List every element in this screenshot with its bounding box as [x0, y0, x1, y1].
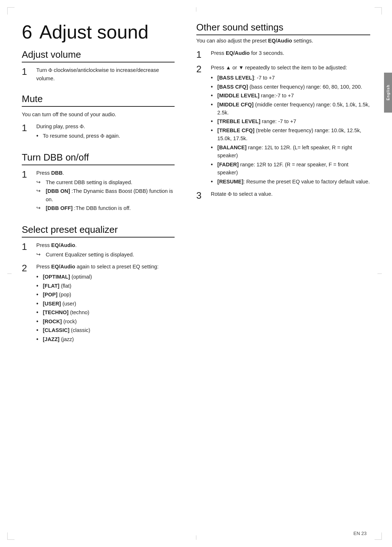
- bullet-text: [TECHNO] (techno): [43, 308, 175, 316]
- bullet-text: [BASS LEVEL]: -7 to +7: [217, 74, 370, 82]
- bold-optimal: [OPTIMAL]: [43, 274, 70, 280]
- list-item: •[TECHNO] (techno): [36, 308, 175, 316]
- bold-middle-cfq: [MIDDLE CFQ]: [217, 102, 254, 108]
- bold-middle-level: [MIDDLE LEVEL]: [217, 93, 260, 98]
- step-number: 1: [196, 49, 208, 60]
- list-item: • [BALANCE] range: 12L to 12R. (L= left …: [211, 143, 370, 160]
- sub-step-text: Current Equalizer setting is displayed.: [46, 251, 134, 259]
- bullet-dot: •: [36, 308, 43, 316]
- bold-treble-level: [TREBLE LEVEL]: [217, 118, 260, 124]
- list-item: • [BASS CFQ] (bass center frequency) ran…: [211, 83, 370, 91]
- page-title-block: 6 Adjust sound: [22, 22, 175, 42]
- bold-pop: [POP]: [43, 292, 57, 297]
- bold-balance: [BALANCE]: [217, 145, 247, 150]
- bullet-dot: •: [36, 291, 43, 299]
- list-item: •[CLASSIC] (classic): [36, 326, 175, 334]
- bullet-dot: •: [36, 326, 43, 334]
- list-item: •[FLAT] (flat): [36, 282, 175, 290]
- step-number: 2: [22, 263, 33, 274]
- bold-resume: [RESUME]: [217, 179, 244, 185]
- phi-symbol: Φ: [101, 133, 105, 139]
- language-tab: English: [384, 73, 392, 113]
- step-volume-1: 1 Turn Φ clockwise/anticlockwise to incr…: [22, 66, 175, 82]
- bold-bass-cfq: [BASS CFQ]: [217, 84, 248, 90]
- section-title-preset-eq: Select preset equalizer: [22, 224, 175, 238]
- right-column: Other sound settings You can also adjust…: [189, 22, 370, 525]
- crop-mark-bl: [7, 532, 15, 540]
- left-column: 6 Adjust sound Adjust volume 1 Turn Φ cl…: [22, 22, 189, 525]
- arrow-icon: ↪: [36, 251, 44, 259]
- other-sound-intro: You can also adjust the preset EQ/Audio …: [196, 37, 370, 45]
- sub-step-current: ↪ The current DBB setting is displayed.: [36, 178, 175, 186]
- bullet-dot: •: [211, 74, 217, 82]
- step-content: During play, press Φ. • To resume sound,…: [36, 122, 175, 141]
- bullet-dot: •: [211, 83, 217, 91]
- list-item: • [TREBLE LEVEL] range: -7 to +7: [211, 117, 370, 125]
- list-item: • [BASS LEVEL]: -7 to +7: [211, 74, 370, 82]
- phi-symbol: Φ: [228, 191, 232, 197]
- eq-preset-list: •[OPTIMAL] (optimal) •[FLAT] (flat) •[PO…: [36, 273, 175, 343]
- crop-mark-br: [375, 532, 382, 540]
- bold-eq-audio: EQ/Audio: [51, 242, 75, 248]
- step-mute-1: 1 During play, press Φ. • To resume soun…: [22, 122, 175, 141]
- bold-classic: [CLASSIC]: [43, 327, 69, 333]
- bold-eq-audio-step1: EQ/Audio: [226, 50, 250, 56]
- page-title: 6 Adjust sound: [22, 22, 175, 42]
- bullet-text: [MIDDLE CFQ] (middle center frequency) r…: [217, 101, 370, 117]
- section-title-adjust-volume: Adjust volume: [22, 49, 175, 62]
- section-title-mute: Mute: [22, 93, 175, 107]
- section-mute: Mute You can turn off the sound of your …: [22, 93, 175, 141]
- sub-step-text: To resume sound, press Φ again.: [43, 132, 120, 140]
- step-other-2: 2 Press ▲ or ▼ repeatedly to select the …: [196, 64, 370, 187]
- crop-mark-tl: [7, 7, 15, 15]
- list-item: • [FADER] range: 12R to 12F. (R = rear s…: [211, 161, 370, 177]
- bullet-dot: •: [36, 282, 43, 290]
- bullet-dot: •: [211, 117, 217, 125]
- page-number: 6: [22, 21, 32, 42]
- sub-step-text: The current DBB setting is displayed.: [46, 178, 132, 186]
- bullet-text: [USER] (user): [43, 300, 175, 308]
- bold-techno: [TECHNO]: [43, 309, 69, 315]
- step-text: During play, press Φ.: [36, 122, 175, 130]
- bullet-dot: •: [36, 300, 43, 308]
- bullet-text: [TREBLE LEVEL] range: -7 to +7: [217, 117, 370, 125]
- bullet-dot: •: [36, 132, 43, 140]
- phi-symbol: Φ: [80, 123, 84, 129]
- tick-right: [377, 274, 382, 274]
- bullet-dot: •: [211, 101, 217, 109]
- bullet-text: [RESUME]: Resume the preset EQ value to …: [217, 178, 370, 186]
- bullet-text: [ROCK] (rock): [43, 317, 175, 325]
- step-eq-2: 2 Press EQ/Audio again to select a prese…: [22, 263, 175, 345]
- section-adjust-volume: Adjust volume 1 Turn Φ clockwise/anticlo…: [22, 49, 175, 82]
- bullet-dot: •: [36, 335, 43, 343]
- footer-text: EN 23: [354, 531, 367, 536]
- bullet-text: [POP] (pop): [43, 291, 175, 299]
- list-item: • [MIDDLE LEVEL] range:-7 to +7: [211, 92, 370, 100]
- bold-rock: [ROCK]: [43, 319, 62, 324]
- language-tab-text: English: [386, 85, 390, 100]
- bullet-text: [BASS CFQ] (bass center frequency) range…: [217, 83, 370, 91]
- tick-top: [196, 7, 196, 12]
- step-number: 1: [22, 169, 33, 180]
- step-number: 1: [22, 66, 33, 77]
- bold-eq-audio-2: EQ/Audio: [51, 264, 75, 270]
- list-item: • [MIDDLE CFQ] (middle center frequency)…: [211, 101, 370, 117]
- step-number: 1: [22, 241, 33, 252]
- bullet-text: [FLAT] (flat): [43, 282, 175, 290]
- list-item: •[ROCK] (rock): [36, 317, 175, 325]
- section-title-dbb: Turn DBB on/off: [22, 152, 175, 165]
- step-content: Press EQ/Audio again to select a preset …: [36, 263, 175, 345]
- list-item: • [RESUME]: Resume the preset EQ value t…: [211, 178, 370, 186]
- bold-dbb: DBB: [51, 170, 62, 176]
- tick-bottom: [196, 535, 196, 540]
- section-title-other-sound: Other sound settings: [196, 22, 370, 35]
- bullet-text: [CLASSIC] (classic): [43, 326, 175, 334]
- step-other-3: 3 Rotate Φ to select a value.: [196, 190, 370, 201]
- eq-settings-list: • [BASS LEVEL]: -7 to +7 • [BASS CFQ] (b…: [211, 74, 370, 186]
- step-content: Press ▲ or ▼ repeatedly to select the it…: [211, 64, 370, 187]
- section-preset-eq: Select preset equalizer 1 Press EQ/Audio…: [22, 224, 175, 345]
- bullet-dot: •: [211, 161, 217, 169]
- tick-left: [7, 274, 12, 274]
- bold-jazz: [JAZZ]: [43, 336, 60, 342]
- mute-intro: You can turn off the sound of your audio…: [22, 110, 175, 118]
